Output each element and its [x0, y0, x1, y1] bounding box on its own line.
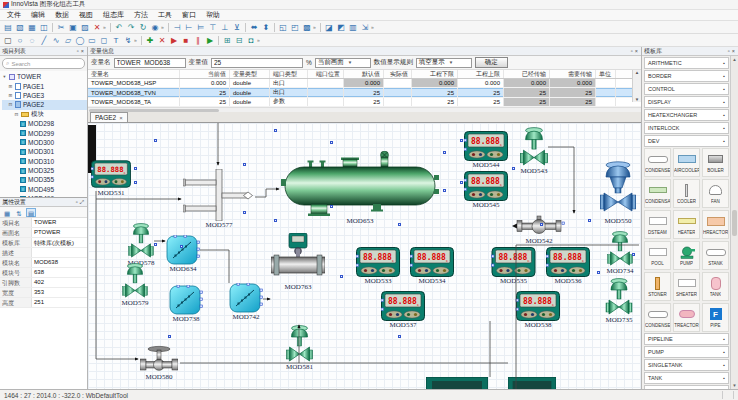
- palette-item-PUMP[interactable]: PUMP: [673, 241, 700, 270]
- new-icon[interactable]: ▤: [2, 22, 14, 33]
- select-icon[interactable]: ▢: [2, 35, 14, 46]
- palette-scrollbar[interactable]: ▲ ▼: [730, 56, 738, 389]
- palette-section-TANK[interactable]: TANK▪: [644, 372, 729, 384]
- palette-section-INTERLOCK[interactable]: INTERLOCK▪: [644, 122, 729, 134]
- table-row-2[interactable]: TOWER_MOD638_TA25double参数2525252525: [88, 98, 641, 107]
- props-page-icon[interactable]: ▤: [26, 208, 36, 217]
- canvas-node-MOD550[interactable]: MOD550: [600, 161, 636, 217]
- tile-icon[interactable]: ⊞: [221, 35, 233, 46]
- palette-item-HREACTOR[interactable]: HREACTOR: [702, 210, 729, 239]
- menu-item-1[interactable]: 编辑: [26, 10, 50, 20]
- confirm-button[interactable]: 确定: [475, 57, 508, 68]
- tree-item-MOD299[interactable]: ≡MOD299: [2, 128, 87, 137]
- toolbar-overflow-icon[interactable]: »: [371, 24, 376, 30]
- property-row-6[interactable]: 引脚数402: [0, 278, 87, 288]
- palette-section-PIPELINE[interactable]: PIPELINE▪: [644, 333, 729, 345]
- column-header-7[interactable]: 工程下限: [412, 70, 458, 78]
- menu-item-2[interactable]: 数据: [50, 10, 74, 20]
- tree-item-MOD298[interactable]: ≡MOD298: [2, 119, 87, 128]
- menu-item-6[interactable]: 工具: [153, 10, 177, 20]
- panel-close-icon[interactable]: ×: [80, 48, 85, 54]
- canvas-node-MOD763[interactable]: MOD763: [271, 233, 325, 283]
- palette-section-CONTROL[interactable]: CONTROL▪: [644, 83, 729, 95]
- diagram-canvas[interactable]: 88.888 c MOD531 MOD577 MOD653 88.888 c: [88, 123, 641, 389]
- palette-section-HEATEXCHANGER[interactable]: HEATEXCHANGER▪: [644, 109, 729, 121]
- expander-icon[interactable]: ⊟: [14, 112, 19, 117]
- scrollbar-thumb[interactable]: [89, 109, 219, 112]
- canvas-node-MOD535[interactable]: 88.888 c MOD535: [491, 247, 536, 277]
- palette-section-DISPLAY[interactable]: DISPLAY▪: [644, 96, 729, 108]
- column-header-3[interactable]: 端口类型: [270, 70, 308, 78]
- text-icon[interactable]: T: [110, 35, 122, 46]
- palette-item-DSTEAM[interactable]: DSTEAM: [644, 210, 671, 239]
- canvas-tab[interactable]: PAGE2 ×: [90, 112, 128, 122]
- tree-item-MOD300[interactable]: ≡MOD300: [2, 138, 87, 147]
- palette-item-FAN[interactable]: FAN: [702, 179, 729, 208]
- canvas-node-MOD581[interactable]: MOD581: [286, 325, 313, 363]
- tree-item-MOD495[interactable]: ≡MOD495: [2, 185, 87, 194]
- remove-icon[interactable]: ✕: [156, 35, 168, 46]
- column-header-1[interactable]: 当前值: [180, 70, 230, 78]
- refresh-icon[interactable]: ↻: [137, 22, 149, 33]
- pause-icon[interactable]: ∥: [192, 35, 204, 46]
- property-row-0[interactable]: 项目名TOWER: [0, 218, 87, 228]
- group-icon[interactable]: ▩: [301, 22, 313, 33]
- tree-item-MOD301[interactable]: ≡MOD301: [2, 147, 87, 156]
- library-icon[interactable]: ▥: [347, 22, 359, 33]
- expander-icon[interactable]: ⊟: [8, 102, 13, 107]
- column-header-0[interactable]: 变量名: [88, 70, 180, 78]
- tree-item-folder[interactable]: ⊟模块: [2, 110, 87, 119]
- tree-item-PAGE2[interactable]: ⊟PAGE2: [2, 100, 87, 109]
- canvas-node-MOD543[interactable]: MOD543: [520, 127, 548, 167]
- rect-icon[interactable]: ▭: [86, 35, 98, 46]
- column-header-11[interactable]: 单位: [596, 70, 616, 78]
- textbox-icon[interactable]: ◻: [98, 35, 110, 46]
- export-icon[interactable]: ⇲: [359, 22, 371, 33]
- preview-icon[interactable]: ◉: [149, 22, 161, 33]
- cascade-icon[interactable]: ⊟: [233, 35, 245, 46]
- line-icon[interactable]: ╱: [38, 35, 50, 46]
- scroll-down-icon[interactable]: ▼: [635, 97, 639, 102]
- property-row-5[interactable]: 模块号638: [0, 268, 87, 278]
- palette-section-ARITHMETIC[interactable]: ARITHMETIC▪: [644, 57, 729, 69]
- palette-item-CONDENSER[interactable]: CONDENSER: [644, 148, 671, 177]
- polygon-icon[interactable]: ▱: [62, 35, 74, 46]
- palette-item-SHEATER[interactable]: SHEATER: [673, 272, 700, 301]
- tree-item-PAGE3[interactable]: ⊞PAGE3: [2, 91, 87, 100]
- canvas-node-MOD545[interactable]: 88.888 c MOD545: [464, 171, 508, 201]
- anchor-icon[interactable]: ↯: [122, 35, 134, 46]
- scroll-up-icon[interactable]: ▲: [635, 70, 639, 75]
- save-icon[interactable]: ▦: [26, 22, 38, 33]
- palette-section-BORDER[interactable]: BORDER▪: [644, 70, 729, 82]
- redo-icon[interactable]: ↷: [125, 22, 137, 33]
- palette-item-CONDENSER[interactable]: CONDENSER: [644, 303, 671, 332]
- palette-section-DEV[interactable]: DEV▪: [644, 135, 729, 147]
- canvas-node-MOD734[interactable]: MOD734: [606, 231, 634, 267]
- canvas-node-MOD534[interactable]: 88.888 c MOD534: [410, 247, 454, 277]
- toolbar-overflow-icon[interactable]: »: [161, 24, 166, 30]
- menu-item-3[interactable]: 视图: [74, 10, 98, 20]
- table-vertical-scrollbar[interactable]: ▲▼: [632, 70, 641, 102]
- menu-item-4[interactable]: 组态库: [98, 10, 129, 20]
- tree-item-MOD355[interactable]: ≡MOD355: [2, 175, 87, 184]
- ellipse-icon[interactable]: ○: [14, 35, 26, 46]
- curve-icon[interactable]: ∿: [50, 35, 62, 46]
- var-panel-close-icon[interactable]: ×: [634, 48, 639, 54]
- canvas-node[interactable]: [426, 377, 488, 389]
- property-row-2[interactable]: 模板库特殊库(次模板): [0, 238, 87, 248]
- palette-item-BOILER[interactable]: BOILER: [702, 148, 729, 177]
- align-left-icon[interactable]: ⊣: [171, 22, 183, 33]
- palette-item-POOL[interactable]: POOL: [644, 241, 671, 270]
- property-row-7[interactable]: 宽度353: [0, 288, 87, 298]
- cut-icon[interactable]: ✂: [55, 22, 67, 33]
- expander-icon[interactable]: ⊞: [8, 93, 13, 98]
- send-back-icon[interactable]: ◰: [289, 22, 301, 33]
- canvas-node-MOD537[interactable]: 88.888 c MOD537: [381, 291, 425, 321]
- column-header-9[interactable]: 已经传输: [504, 70, 550, 78]
- table-row-1[interactable]: TOWER_MOD638_TVN25double出口2525252525: [88, 88, 641, 97]
- column-header-5[interactable]: 默认值: [344, 70, 384, 78]
- align-bottom-icon[interactable]: ⊻: [231, 22, 243, 33]
- canvas-node-MOD542[interactable]: MOD542: [512, 215, 566, 237]
- run-icon[interactable]: ▶: [204, 35, 216, 46]
- canvas-node-MOD578[interactable]: MOD578: [128, 223, 154, 259]
